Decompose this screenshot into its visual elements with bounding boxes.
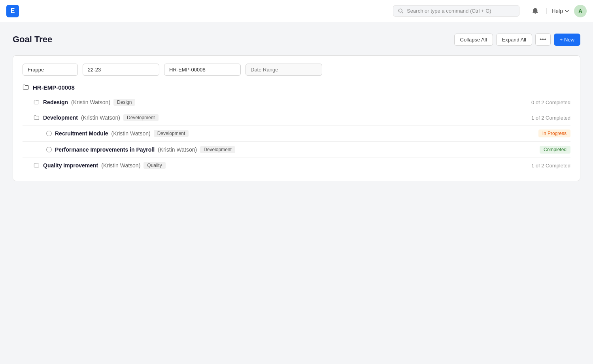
tree-item-right-quality: 1 of 2 Completed [531,163,570,169]
expand-all-button[interactable]: Expand All [496,34,532,46]
tree-item-left-performance: Performance Improvements in Payroll (Kri… [46,146,540,153]
new-button[interactable]: + New [554,34,580,46]
circle-icon-recruitment [46,131,52,136]
tree-item-left-recruitment: Recruitment Module (Kristin Watson) Deve… [46,130,538,137]
tree-item-right-recruitment: In Progress [538,129,570,137]
folder-icon [34,162,40,169]
page: Goal Tree Collapse All Expand All ••• + … [0,22,593,192]
tag-quality: Quality [144,162,165,169]
avatar[interactable]: A [574,5,587,17]
tree-root[interactable]: HR-EMP-00008 [23,84,570,91]
item-name-redesign: Redesign [43,99,68,105]
tree-item-left: Redesign (Kristin Watson) Design [34,99,531,106]
avatar-letter: A [578,8,582,14]
help-menu[interactable]: Help [546,8,569,14]
tree-item-right-development: 1 of 2 Completed [531,115,570,121]
navbar-right: Help A [529,5,587,17]
tree-item-right-redesign: 0 of 2 Completed [531,99,570,105]
item-person-redesign: (Kristin Watson) [71,99,110,105]
item-name-development: Development [43,114,78,121]
tree-item-quality[interactable]: Quality Improvement (Kristin Watson) Qua… [23,158,570,173]
root-id: HR-EMP-00008 [33,84,75,91]
help-label: Help [551,8,563,14]
page-header: Goal Tree Collapse All Expand All ••• + … [13,33,580,46]
folder-icon [34,99,40,105]
tag-development: Development [123,114,159,121]
svg-line-1 [402,12,403,13]
tag-performance: Development [200,146,235,153]
chevron-down-icon [565,9,569,13]
tree-item-redesign[interactable]: Redesign (Kristin Watson) Design 0 of 2 … [23,95,570,110]
search-placeholder: Search or type a command (Ctrl + G) [407,8,491,14]
employee-filter[interactable] [164,64,241,76]
filter-row: Frappe [23,64,570,76]
more-options-button[interactable]: ••• [535,33,551,46]
item-person-recruitment: (Kristin Watson) [111,130,151,137]
tree-item-left-development: Development (Kristin Watson) Development [34,114,531,121]
tag-recruitment: Development [154,130,189,137]
status-development: 1 of 2 Completed [531,115,570,121]
logo-letter: E [11,8,15,15]
badge-in-progress: In Progress [538,129,570,137]
status-redesign: 0 of 2 Completed [531,99,570,105]
collapse-all-button[interactable]: Collapse All [454,34,493,46]
item-person-quality: (Kristin Watson) [101,162,140,169]
circle-icon-performance [46,147,52,152]
period-filter[interactable] [83,64,159,76]
date-range-filter[interactable] [246,64,322,76]
item-person-development: (Kristin Watson) [81,114,120,121]
item-person-performance: (Kristin Watson) [158,146,197,153]
folder-icon [23,84,30,91]
page-actions: Collapse All Expand All ••• + New [454,33,580,46]
notification-bell[interactable] [529,5,542,17]
tree-item-development[interactable]: Development (Kristin Watson) Development… [23,110,570,126]
folder-icon [34,114,40,121]
tree-item-right-performance: Completed [540,146,570,154]
badge-completed: Completed [540,146,570,154]
search-bar[interactable]: Search or type a command (Ctrl + G) [393,5,519,17]
item-name-quality: Quality Improvement [43,162,98,169]
tree-section: HR-EMP-00008 Redesign (Kristin Watson) D… [23,84,570,173]
company-filter[interactable]: Frappe [23,64,78,76]
page-title: Goal Tree [13,34,52,45]
navbar: E Search or type a command (Ctrl + G) He… [0,0,593,22]
company-select[interactable]: Frappe [28,67,73,73]
app-logo[interactable]: E [6,5,19,17]
tree-item-recruitment-module[interactable]: Recruitment Module (Kristin Watson) Deve… [23,126,570,142]
filter-card: Frappe HR-EMP-00008 [13,55,580,181]
item-name-performance: Performance Improvements in Payroll [55,146,155,153]
tree-item-performance[interactable]: Performance Improvements in Payroll (Kri… [23,142,570,158]
status-quality: 1 of 2 Completed [531,163,570,169]
search-icon [398,8,404,14]
item-name-recruitment: Recruitment Module [55,130,108,137]
tag-redesign: Design [113,99,135,106]
tree-item-left-quality: Quality Improvement (Kristin Watson) Qua… [34,162,531,169]
